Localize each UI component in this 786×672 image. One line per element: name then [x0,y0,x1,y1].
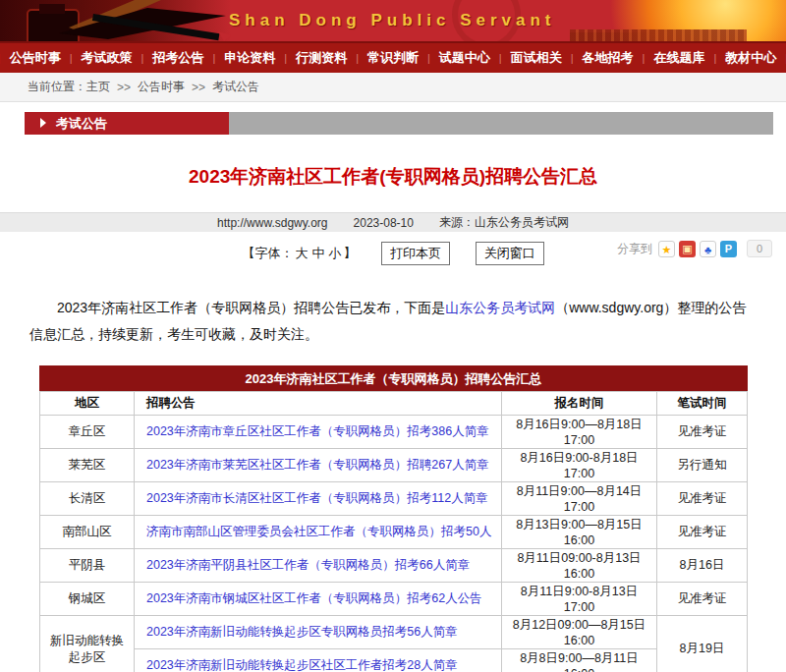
nav-item-question-center[interactable]: 试题中心 [430,49,499,67]
announcement-link[interactable]: 2023年济南市钢城区社区工作者（专职网格员）招考62人公告 [146,591,482,605]
header-banner: Shan Dong Public Servant [0,0,786,41]
source-site-link[interactable]: 山东公务员考试网 [445,300,555,315]
nav-item-announcements[interactable]: 公告时事 [1,49,70,67]
exam-cell: 见准考证 [657,482,748,516]
table-row: 2023年济南新旧动能转换起步区社区工作者招考28人简章 8月8日9:00—8月… [40,649,748,672]
main-nav: 网站首页| 公告时事| 考试政策| 招考公告| 申论资料| 行测资料| 常识判断… [0,41,786,73]
exam-cell: 8月16日 [657,549,748,583]
region-cell: 章丘区 [40,416,135,449]
table-row: 章丘区 2023年济南市章丘区社区工作者（专职网格员）招考386人简章 8月16… [40,416,748,449]
period-cell: 8月16日9:00-8月18日17:00 [502,449,657,482]
breadcrumb-label: 当前位置： [28,79,86,95]
table-header-row: 地区 招聘公告 报名时间 笔试时间 [40,392,748,416]
announcement-table: 2023年济南社区工作者（专职网格员）招聘公告汇总 地区 招聘公告 报名时间 笔… [39,365,748,672]
period-cell: 8月11日9:00—8月14日17:00 [502,482,657,516]
close-window-button[interactable]: 关闭窗口 [476,242,544,265]
tab-exam-notice-label: 考试公告 [56,115,107,133]
emblem-graphic [570,0,786,41]
exam-cell: 见准考证 [657,516,748,549]
nav-item-interview[interactable]: 面试相关 [502,49,571,67]
col-header-exam: 笔试时间 [657,392,748,416]
col-header-period: 报名时间 [502,392,657,416]
table-row: 平阴县 2023年济南平阴县社区工作者（专职网格员）招考66人简章 8月11日0… [40,549,748,583]
font-size-suffix: 】 [343,246,356,260]
table-row: 新旧动能转换起步区 2023年济南新旧动能转换起步区专职网格员招考56人简章 8… [40,616,748,649]
exam-cell: 见准考证 [657,583,748,616]
weibo-share-icon[interactable]: ▣ [679,241,696,257]
share-widget: 分享到 ★ ▣ ♣ P 0 [617,240,772,257]
breadcrumb-exam-notice-link[interactable]: 考试公告 [212,79,259,95]
qzone-share-icon[interactable]: ★ [658,241,675,257]
nav-item-xingce[interactable]: 行测资料 [287,49,356,67]
share-label: 分享到 [617,241,652,257]
breadcrumb-separator: >> [192,81,205,94]
announcement-link[interactable]: 2023年济南市章丘区社区工作者（专职网格员）招考386人简章 [146,424,489,438]
nav-item-online-bank[interactable]: 在线题库 [645,49,713,67]
breadcrumb: 当前位置： 主页 >> 公告时事 >> 考试公告 [0,73,786,102]
period-cell: 8月13日9:00—8月15日16:00 [502,516,657,549]
nav-item-exam-policy[interactable]: 考试政策 [73,49,141,67]
region-cell: 长清区 [40,482,135,516]
region-cell: 南部山区 [40,516,135,549]
table-row: 钢城区 2023年济南市钢城区社区工作者（专职网格员）招考62人公告 8月11日… [40,583,748,616]
section-tab-bar: 考试公告 [25,112,773,135]
table-row: 莱芜区 2023年济南市莱芜区社区工作者（专职网格员）招聘267人简章 8月16… [40,449,748,482]
pengyou-share-icon[interactable]: P [720,241,737,257]
inkpot-pen-graphic [0,0,231,41]
region-cell: 钢城区 [40,583,135,616]
breadcrumb-announcements-link[interactable]: 公告时事 [138,79,185,95]
announcement-link[interactable]: 2023年济南市莱芜区社区工作者（专职网格员）招聘267人简章 [146,458,489,472]
exam-cell: 见准考证 [657,416,748,449]
exam-cell: 另行通知 [657,449,748,482]
period-cell: 8月11日9:00-8月13日17:00 [502,583,657,616]
breadcrumb-separator: >> [117,81,131,94]
table-row: 南部山区 济南市南部山区管理委员会社区工作者（专职网格员）招考50人 8月13日… [40,516,748,549]
announcement-link[interactable]: 2023年济南新旧动能转换起步区专职网格员招考56人简章 [146,625,458,639]
triangle-right-icon [40,118,46,128]
announcement-link[interactable]: 2023年济南平阴县社区工作者（专职网格员）招考66人简章 [146,558,470,572]
announcement-link[interactable]: 2023年济南新旧动能转换起步区社区工作者招考28人简章 [146,658,458,672]
publish-date: 2023-08-10 [354,216,414,230]
source-site: 来源：山东公务员考试网 [439,214,569,231]
period-cell: 8月11日09:00-8月13日16:00 [502,549,657,583]
period-cell: 8月16日9:00—8月18日17:00 [502,416,657,449]
baidu-share-icon[interactable]: ♣ [700,241,716,257]
region-cell: 新旧动能转换起步区 [40,616,135,672]
print-page-button[interactable]: 打印本页 [381,242,450,265]
font-size-small-link[interactable]: 小 [328,246,341,260]
nav-item-common-sense[interactable]: 常识判断 [359,49,427,67]
region-cell: 莱芜区 [40,449,135,482]
col-header-region: 地区 [40,392,135,416]
col-header-announcement: 招聘公告 [135,392,502,416]
announcement-table-wrapper: 2023年济南社区工作者（专职网格员）招聘公告汇总 地区 招聘公告 报名时间 笔… [39,365,747,672]
nav-item-recruit-notice[interactable]: 招考公告 [143,49,212,67]
period-cell: 8月8日9:00—8月11日16:00 [502,649,657,672]
site-title: Shan Dong Public Servant [229,11,556,30]
announcement-link[interactable]: 济南市南部山区管理委员会社区工作者（专职网格员）招考50人 [146,525,491,538]
region-cell: 平阴县 [40,549,135,583]
table-title: 2023年济南社区工作者（专职网格员）招聘公告汇总 [39,365,748,391]
font-size-large-link[interactable]: 大 [295,246,308,260]
source-bar: http://www.sdgwy.org 2023-08-10 来源：山东公务员… [0,212,786,232]
font-size-control: 【字体：大中小】 [242,246,356,260]
breadcrumb-home-link[interactable]: 主页 [86,79,110,95]
font-size-prefix: 【字体： [242,246,293,260]
tab-exam-notice[interactable]: 考试公告 [25,112,229,135]
nav-item-textbook-center[interactable]: 教材中心 [716,49,785,67]
page-title: 2023年济南社区工作者(专职网格员)招聘公告汇总 [0,164,786,190]
period-cell: 8月12日09:00—8月15日16:00 [502,616,657,649]
share-count-badge: 0 [747,240,772,257]
nav-item-local-recruit[interactable]: 各地招考 [574,49,643,67]
intro-text-before: 2023年济南社区工作者（专职网格员）招聘公告已发布，下面是 [57,300,445,315]
article-controls: 【字体：大中小】 打印本页 关闭窗口 分享到 ★ ▣ ♣ P 0 [0,238,786,271]
nav-item-shenlun[interactable]: 申论资料 [215,49,284,67]
exam-cell: 8月19日 [657,616,748,672]
table-row: 长清区 2023年济南市长清区社区工作者（专职网格员）招考112人简章 8月11… [40,482,748,516]
font-size-medium-link[interactable]: 中 [311,246,324,260]
source-url: http://www.sdgwy.org [217,216,328,230]
temple-silhouette-decoration [570,29,747,41]
announcement-link[interactable]: 2023年济南市长清区社区工作者（专职网格员）招考112人简章 [146,491,488,505]
intro-paragraph: 2023年济南社区工作者（专职网格员）招聘公告已发布，下面是山东公务员考试网（w… [29,295,757,348]
